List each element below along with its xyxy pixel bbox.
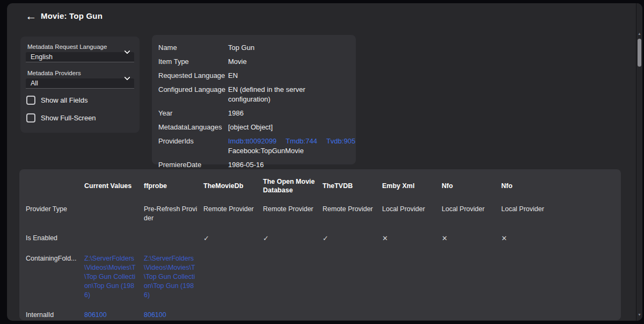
providers-table: Current ValuesffprobeTheMovieDbThe Open … — [19, 169, 621, 320]
cross-icon: ✕ — [382, 234, 388, 242]
table-cell: Remote Provider — [323, 205, 382, 214]
page-title: Movie: Top Gun — [41, 11, 103, 20]
select-value: All — [26, 78, 134, 89]
table-cell: Local Provider — [442, 205, 501, 214]
info-label: MetadataLanguages — [158, 123, 228, 132]
metadata-providers-select[interactable]: Metadata Providers All — [26, 69, 134, 89]
info-value: 1986 — [228, 109, 349, 118]
table-cell: 806100 — [84, 311, 144, 320]
table-row: InternalId806100806100 — [26, 305, 614, 320]
info-value: Imdb:tt0092099Tmdb:744Tvdb:905Facebook:T… — [228, 136, 355, 156]
table-cell: ✕ — [442, 234, 501, 243]
table-cell: ✕ — [382, 234, 442, 243]
table-cell: ✕ — [501, 234, 614, 243]
info-value: EN (defined in the server configuration) — [228, 85, 349, 104]
table-cell: ✓ — [203, 234, 263, 243]
show-full-screen-option: Show Full-Screen — [26, 113, 134, 123]
column-header: ffprobe — [144, 182, 203, 190]
table-cell: ✓ — [323, 234, 382, 243]
table-cell: Local Provider — [501, 205, 614, 214]
app-window: ← Movie: Top Gun Metadata Request Langua… — [7, 3, 642, 321]
column-header: Emby Xml — [382, 182, 442, 190]
info-row: MetadataLanguages[object Object] — [158, 120, 349, 134]
column-header: The Open Movie Database — [263, 177, 323, 195]
select-value: English — [26, 52, 134, 62]
info-label: Requested Language — [158, 71, 228, 81]
select-label: Metadata Providers — [26, 69, 134, 77]
table-row: ContainingFold...Z:\ServerFolders\Videos… — [26, 249, 614, 305]
info-label: ProviderIds — [158, 136, 228, 156]
column-header: Current Values — [84, 182, 144, 190]
scrollbar-thumb[interactable] — [638, 39, 641, 67]
check-icon: ✓ — [203, 234, 209, 242]
folder-path-link[interactable]: Z:\ServerFolders\Videos\Movies\T\Top Gun… — [144, 255, 195, 299]
show-full-screen-checkbox[interactable] — [26, 113, 35, 123]
internal-id-link[interactable]: 806100 — [144, 311, 166, 319]
check-icon: ✓ — [263, 234, 269, 242]
column-header: TheTVDB — [323, 182, 382, 190]
info-label: Name — [158, 43, 228, 53]
provider-id-extra: Facebook:TopGunMovie — [228, 146, 355, 156]
item-info-panel: NameTop GunItem TypeMovieRequested Langu… — [152, 35, 356, 164]
column-header: Nfo — [442, 182, 501, 190]
options-panel: Metadata Request Language English Metada… — [20, 37, 140, 133]
provider-id-link[interactable]: Imdb:tt0092099 — [228, 136, 276, 146]
info-row: NameTop Gun — [158, 41, 349, 55]
check-icon: ✓ — [323, 234, 328, 242]
back-button[interactable]: ← — [22, 8, 40, 25]
column-header: TheMovieDb — [203, 182, 263, 190]
show-all-fields-option: Show all Fields — [26, 96, 134, 105]
select-label: Metadata Request Language — [26, 43, 134, 51]
info-value: Movie — [228, 57, 349, 67]
internal-id-link[interactable]: 806100 — [84, 311, 107, 319]
info-value: Top Gun — [228, 43, 349, 53]
provider-id-link[interactable]: Tmdb:744 — [286, 136, 317, 146]
info-row: ProviderIdsImdb:tt0092099Tmdb:744Tvdb:90… — [158, 134, 349, 158]
metadata-request-language-select[interactable]: Metadata Request Language English — [26, 43, 134, 62]
table-cell: Z:\ServerFolders\Videos\Movies\T\Top Gun… — [144, 254, 203, 300]
info-label: Item Type — [158, 57, 228, 67]
column-header: Nfo — [501, 182, 614, 190]
scroll-down-icon[interactable]: ▼ — [636, 312, 642, 318]
scrollbar[interactable]: ▲ ▼ — [636, 3, 642, 321]
table-cell: 806100 — [144, 311, 203, 320]
info-value: 1986-05-16 — [228, 160, 349, 170]
row-label: Is Enabled — [26, 234, 84, 243]
cross-icon: ✕ — [442, 234, 448, 242]
row-label: ContainingFold... — [26, 254, 84, 263]
table-body: Provider TypePre-Refresh ProviderRemote … — [26, 199, 614, 320]
scroll-up-icon[interactable]: ▲ — [636, 31, 642, 37]
info-row: Item TypeMovie — [158, 55, 349, 69]
cross-icon: ✕ — [501, 234, 507, 242]
info-row: Configured LanguageEN (defined in the se… — [158, 83, 349, 106]
provider-id-link[interactable]: Tvdb:905 — [326, 136, 355, 146]
row-label: Provider Type — [26, 205, 84, 214]
provider-id-links: Imdb:tt0092099Tmdb:744Tvdb:905 — [228, 136, 355, 146]
show-all-fields-checkbox[interactable] — [26, 96, 35, 105]
checkbox-label: Show Full-Screen — [41, 114, 96, 122]
info-row: Year1986 — [158, 106, 349, 120]
table-cell: Remote Provider — [203, 205, 263, 214]
table-row: Is Enabled✓✓✓✕✕✕ — [26, 228, 614, 249]
info-label: Year — [158, 109, 228, 118]
table-cell: Pre-Refresh Provider — [144, 205, 203, 223]
back-arrow-icon: ← — [26, 10, 37, 22]
row-label: InternalId — [26, 311, 84, 320]
info-label: PremiereDate — [158, 160, 228, 170]
table-row: Provider TypePre-Refresh ProviderRemote … — [26, 199, 614, 228]
info-value: [object Object] — [228, 123, 349, 132]
header: ← Movie: Top Gun — [7, 3, 642, 31]
info-row: Requested LanguageEN — [158, 69, 349, 83]
info-value: EN — [228, 71, 349, 81]
info-label: Configured Language — [158, 85, 228, 104]
table-cell: ✓ — [263, 234, 323, 243]
table-cell: Z:\ServerFolders\Videos\Movies\T\Top Gun… — [84, 254, 144, 300]
table-cell: Local Provider — [382, 205, 442, 214]
folder-path-link[interactable]: Z:\ServerFolders\Videos\Movies\T\Top Gun… — [84, 255, 136, 299]
table-header-row: Current ValuesffprobeTheMovieDbThe Open … — [26, 169, 614, 199]
table-cell: Remote Provider — [263, 205, 323, 214]
checkbox-label: Show all Fields — [41, 96, 87, 104]
